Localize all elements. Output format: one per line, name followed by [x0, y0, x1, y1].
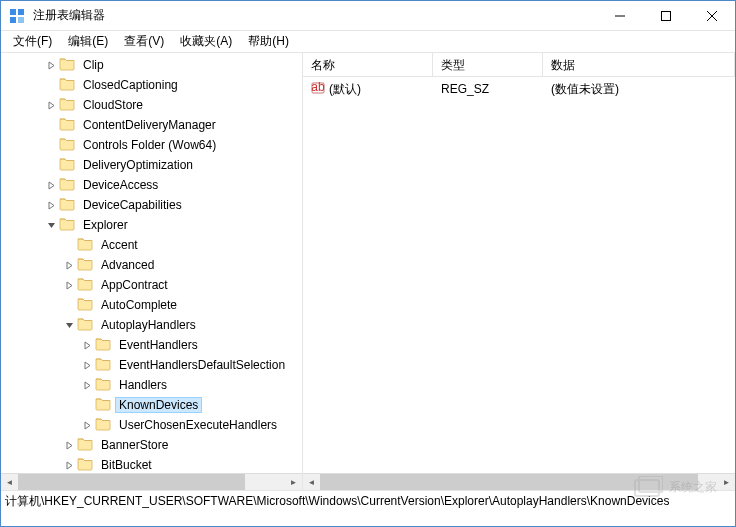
value-type-cell: REG_SZ	[433, 81, 543, 97]
tree-pane: ClipClosedCaptioningCloudStoreContentDel…	[1, 53, 303, 490]
chevron-right-icon[interactable]	[43, 57, 59, 73]
chevron-right-icon[interactable]	[43, 177, 59, 193]
folder-icon	[59, 77, 79, 94]
scroll-track[interactable]	[320, 474, 718, 490]
scroll-thumb[interactable]	[320, 474, 698, 490]
tree-item[interactable]: DeviceAccess	[1, 175, 302, 195]
tree-item[interactable]: DeliveryOptimization	[1, 155, 302, 175]
scroll-right-icon[interactable]: ►	[285, 474, 302, 490]
menu-view[interactable]: 查看(V)	[116, 31, 172, 52]
svg-rect-0	[10, 9, 16, 15]
chevron-down-icon[interactable]	[43, 217, 59, 233]
tree-item-label: ContentDeliveryManager	[79, 117, 220, 133]
tree-item[interactable]: Controls Folder (Wow64)	[1, 135, 302, 155]
tree-item[interactable]: Handlers	[1, 375, 302, 395]
tree-item[interactable]: Explorer	[1, 215, 302, 235]
tree-item-label: DeviceAccess	[79, 177, 162, 193]
close-button[interactable]	[689, 1, 735, 30]
tree-hscrollbar[interactable]: ◄ ►	[1, 473, 302, 490]
menubar: 文件(F) 编辑(E) 查看(V) 收藏夹(A) 帮助(H)	[1, 31, 735, 53]
list-hscrollbar[interactable]: ◄ ►	[303, 473, 735, 490]
folder-icon	[95, 417, 115, 434]
tree-item[interactable]: ContentDeliveryManager	[1, 115, 302, 135]
tree-item-label: UserChosenExecuteHandlers	[115, 417, 281, 433]
chevron-right-icon[interactable]	[79, 417, 95, 433]
menu-help[interactable]: 帮助(H)	[240, 31, 297, 52]
folder-icon	[95, 337, 115, 354]
tree-item[interactable]: KnownDevices	[1, 395, 302, 415]
window-title: 注册表编辑器	[33, 7, 597, 24]
tree-item-label: KnownDevices	[115, 397, 202, 413]
value-row[interactable]: ab(默认)REG_SZ(数值未设置)	[303, 79, 735, 99]
chevron-right-icon[interactable]	[61, 437, 77, 453]
chevron-right-icon[interactable]	[43, 197, 59, 213]
tree-item-label: Clip	[79, 57, 108, 73]
svg-text:ab: ab	[311, 81, 325, 94]
folder-icon	[95, 357, 115, 374]
tree-item-label: CloudStore	[79, 97, 147, 113]
scroll-left-icon[interactable]: ◄	[1, 474, 18, 490]
maximize-button[interactable]	[643, 1, 689, 30]
tree-item[interactable]: AutoplayHandlers	[1, 315, 302, 335]
tree-item[interactable]: AppContract	[1, 275, 302, 295]
folder-icon	[77, 257, 97, 274]
folder-icon	[59, 197, 79, 214]
tree-item-label: BannerStore	[97, 437, 172, 453]
status-path: 计算机\HKEY_CURRENT_USER\SOFTWARE\Microsoft…	[5, 493, 669, 510]
svg-rect-5	[662, 11, 671, 20]
folder-icon	[77, 237, 97, 254]
scroll-track[interactable]	[18, 474, 285, 490]
chevron-right-icon[interactable]	[79, 377, 95, 393]
chevron-right-icon[interactable]	[61, 277, 77, 293]
tree-item-label: Accent	[97, 237, 142, 253]
chevron-right-icon[interactable]	[61, 457, 77, 473]
value-list[interactable]: ab(默认)REG_SZ(数值未设置)	[303, 77, 735, 101]
menu-favorites[interactable]: 收藏夹(A)	[172, 31, 240, 52]
folder-icon	[77, 317, 97, 334]
tree-item[interactable]: CloudStore	[1, 95, 302, 115]
tree-item[interactable]: Clip	[1, 55, 302, 75]
tree-item-label: AppContract	[97, 277, 172, 293]
column-data[interactable]: 数据	[543, 53, 735, 76]
tree-item-label: Advanced	[97, 257, 158, 273]
scroll-left-icon[interactable]: ◄	[303, 474, 320, 490]
registry-tree[interactable]: ClipClosedCaptioningCloudStoreContentDel…	[1, 53, 302, 490]
statusbar: 计算机\HKEY_CURRENT_USER\SOFTWARE\Microsoft…	[1, 490, 735, 512]
column-type[interactable]: 类型	[433, 53, 543, 76]
folder-icon	[77, 457, 97, 474]
tree-item[interactable]: DeviceCapabilities	[1, 195, 302, 215]
tree-item-label: AutoComplete	[97, 297, 181, 313]
folder-icon	[77, 277, 97, 294]
chevron-right-icon[interactable]	[79, 337, 95, 353]
tree-item[interactable]: EventHandlersDefaultSelection	[1, 355, 302, 375]
scroll-right-icon[interactable]: ►	[718, 474, 735, 490]
tree-item[interactable]: EventHandlers	[1, 335, 302, 355]
menu-file[interactable]: 文件(F)	[5, 31, 60, 52]
tree-item-label: DeliveryOptimization	[79, 157, 197, 173]
tree-item[interactable]: ClosedCaptioning	[1, 75, 302, 95]
regedit-icon	[9, 8, 25, 24]
menu-edit[interactable]: 编辑(E)	[60, 31, 116, 52]
workspace: ClipClosedCaptioningCloudStoreContentDel…	[1, 53, 735, 490]
folder-icon	[77, 297, 97, 314]
tree-item[interactable]: Advanced	[1, 255, 302, 275]
scroll-thumb[interactable]	[18, 474, 245, 490]
tree-item[interactable]: UserChosenExecuteHandlers	[1, 415, 302, 435]
chevron-right-icon[interactable]	[61, 257, 77, 273]
tree-item[interactable]: AutoComplete	[1, 295, 302, 315]
folder-icon	[59, 97, 79, 114]
chevron-right-icon[interactable]	[79, 357, 95, 373]
minimize-button[interactable]	[597, 1, 643, 30]
chevron-right-icon[interactable]	[43, 97, 59, 113]
tree-item-label: EventHandlersDefaultSelection	[115, 357, 289, 373]
value-name: (默认)	[329, 81, 361, 98]
folder-icon	[95, 377, 115, 394]
svg-rect-2	[10, 17, 16, 23]
tree-item[interactable]: BitBucket	[1, 455, 302, 475]
tree-item[interactable]: Accent	[1, 235, 302, 255]
chevron-down-icon[interactable]	[61, 317, 77, 333]
folder-icon	[95, 397, 115, 414]
titlebar: 注册表编辑器	[1, 1, 735, 31]
column-name[interactable]: 名称	[303, 53, 433, 76]
tree-item[interactable]: BannerStore	[1, 435, 302, 455]
